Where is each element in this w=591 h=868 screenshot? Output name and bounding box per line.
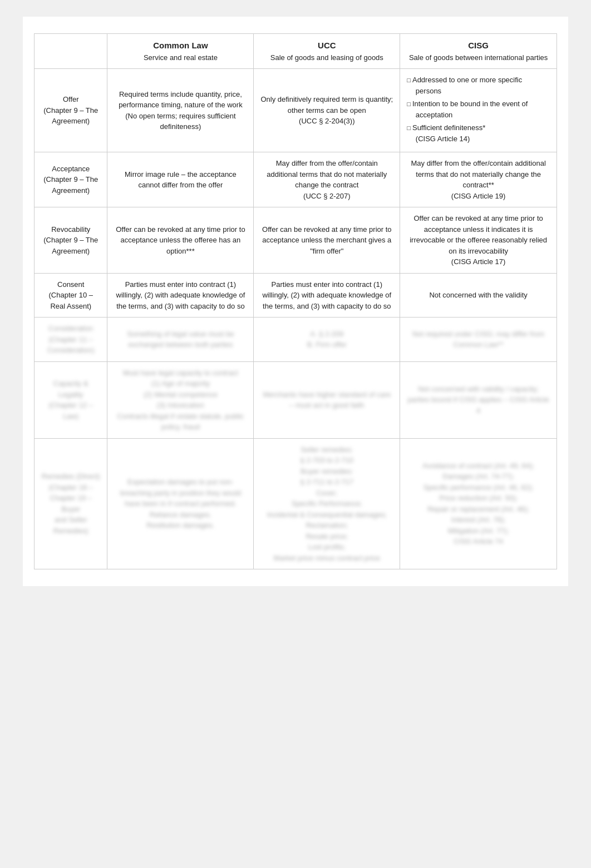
col-header-common-law: Common Law Service and real estate	[107, 34, 254, 69]
row-label-blurred-6: Capacity &Legality(Chapter 12 –Law)	[35, 361, 107, 438]
cell-acceptance-cl: Mirror image rule – the acceptance canno…	[107, 152, 254, 207]
cell-revocability-ucc: Offer can be revoked at any time prior t…	[254, 207, 400, 274]
cell-offer-cl: Required terms include quantity, price, …	[107, 69, 254, 152]
table-row: Revocability(Chapter 9 – The Agreement) …	[35, 207, 557, 274]
cell-consent-cisg: Not concerned with the validity	[400, 273, 557, 318]
row-label-blurred-5: Consideration(Chapter 11 –Consideration)	[35, 318, 107, 362]
cell-revocability-cisg: Offer can be revoked at any time prior t…	[400, 207, 557, 274]
row-label-offer: Offer(Chapter 9 – The Agreement)	[35, 69, 107, 152]
row-label-revocability: Revocability(Chapter 9 – The Agreement)	[35, 207, 107, 274]
cell-revocability-cl: Offer can be revoked at any time prior t…	[107, 207, 254, 274]
cell-blurred-5-cisg: Not required under CISG; may differ from…	[400, 318, 557, 362]
table-row: Offer(Chapter 9 – The Agreement) Require…	[35, 69, 557, 152]
cell-acceptance-cisg: May differ from the offer/contain additi…	[400, 152, 557, 207]
row-label-consent: Consent(Chapter 10 – Real Assent)	[35, 273, 107, 318]
cell-blurred-7-cl: Expectation damages to put non-breaching…	[107, 438, 254, 569]
row-label-acceptance: Acceptance(Chapter 9 – The Agreement)	[35, 152, 107, 207]
cell-offer-cisg: Addressed to one or more specific person…	[400, 69, 557, 152]
cell-blurred-6-cisg: Not concerned with validity / capacity; …	[400, 361, 557, 438]
cell-blurred-6-cl: Must have legal capacity to contract(1) …	[107, 361, 254, 438]
cell-consent-ucc: Parties must enter into contract (1) wil…	[254, 273, 400, 318]
table-row: Acceptance(Chapter 9 – The Agreement) Mi…	[35, 152, 557, 207]
cell-acceptance-ucc: May differ from the offer/contain additi…	[254, 152, 400, 207]
comparison-table: Common Law Service and real estate UCC S…	[34, 33, 557, 569]
cell-offer-ucc: Only definitively required term is quant…	[254, 69, 400, 152]
cell-consent-cl: Parties must enter into contract (1) wil…	[107, 273, 254, 318]
col-header-empty	[35, 34, 107, 69]
cell-blurred-6-ucc: Merchants have higher standard of care –…	[254, 361, 400, 438]
row-label-blurred-7: Remedies (Direct)(Chapter 18 –Chapter 19…	[35, 438, 107, 569]
page: Common Law Service and real estate UCC S…	[23, 17, 568, 586]
cell-blurred-7-ucc: Seller remedies:§ 2-703 to 2-710Buyer re…	[254, 438, 400, 569]
table-row: Consideration(Chapter 11 –Consideration)…	[35, 318, 557, 362]
table-row: Consent(Chapter 10 – Real Assent) Partie…	[35, 273, 557, 318]
cell-blurred-5-cl: Something of legal value must be exchang…	[107, 318, 254, 362]
cell-blurred-7-cisg: Avoidance of contract (Art. 49, 64);Dama…	[400, 438, 557, 569]
col-header-ucc: UCC Sale of goods and leasing of goods	[254, 34, 400, 69]
col-header-cisg: CISG Sale of goods between international…	[400, 34, 557, 69]
table-row: Remedies (Direct)(Chapter 18 –Chapter 19…	[35, 438, 557, 569]
cell-blurred-5-ucc: A. § 2-209B. Firm offer	[254, 318, 400, 362]
table-row: Capacity &Legality(Chapter 12 –Law) Must…	[35, 361, 557, 438]
